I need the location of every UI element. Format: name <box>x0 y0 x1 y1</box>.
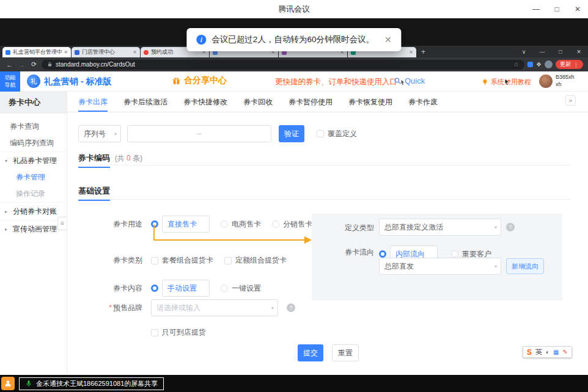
radio-direct-sale[interactable]: 直接售卡 <box>151 216 210 233</box>
nav-toggle-label: 导航 <box>5 82 16 89</box>
radio-ecommerce-sale[interactable]: 电商售卡 <box>221 219 261 230</box>
reset-button[interactable]: 重置 <box>332 344 359 361</box>
radio-manual-set[interactable]: 手动设置 <box>151 280 210 297</box>
tab-card-resume[interactable]: 券卡恢复使用 <box>348 94 392 112</box>
quick-search-label: Quick <box>405 76 425 85</box>
ime-tools-icon[interactable]: ✎ <box>563 349 568 355</box>
taskbar-app-icon[interactable] <box>1 377 15 390</box>
sidebar-group-gift-card[interactable]: ▾ 礼品券卡管理 <box>0 151 67 169</box>
radio-distribution-sale[interactable]: 分销售卡 <box>272 219 312 230</box>
extensions-puzzle-icon[interactable]: ❖ <box>536 61 542 68</box>
codes-section-head: 券卡编码 (共 0 条) <box>78 153 142 168</box>
checkbox-store-pickup-only[interactable]: 只可到店提货 <box>151 327 206 338</box>
tab-close-icon[interactable]: ✕ <box>133 49 137 55</box>
quick-search[interactable]: Quick <box>394 76 425 85</box>
sidebar-collapse-handle[interactable]: ☰ <box>57 217 67 230</box>
flow-label: 券卡流向 <box>314 247 374 258</box>
sidebar-group-promo-animation[interactable]: ▸ 宣传动画管理 <box>0 220 67 238</box>
forward-icon[interactable]: → <box>17 61 26 68</box>
help-icon[interactable]: ? <box>506 223 515 231</box>
ime-keyboard-icon[interactable]: ▦ <box>553 349 559 355</box>
user-names: B385xh xh <box>556 74 575 88</box>
window-title: 腾讯会议 <box>278 4 310 15</box>
new-tab-button[interactable]: + <box>421 48 425 56</box>
help-icon[interactable]: ? <box>287 303 295 312</box>
ime-logo-icon[interactable]: S <box>527 348 532 357</box>
category-row: 券卡类别 套餐组合提货卡 定额组合提货卡 <box>67 255 287 266</box>
browser-maximize-icon[interactable]: □ <box>551 49 570 55</box>
close-icon[interactable]: ✕ <box>567 0 588 18</box>
override-checkbox[interactable]: 覆盖定义 <box>317 129 357 139</box>
tab-card-pause[interactable]: 券卡暂停使用 <box>288 94 333 112</box>
browser-tab[interactable]: 礼盒营销平台管理中心 ✕ <box>2 47 71 57</box>
sidebar-title: 券卡中心 <box>0 92 67 114</box>
nav-toggle-button[interactable]: 功能 导航 <box>0 71 20 92</box>
nav-toggle-label: 功能 <box>5 74 16 81</box>
tab-card-void[interactable]: 券卡作废 <box>408 94 438 112</box>
sidebar-item-card-query[interactable]: 券卡查询 <box>0 118 67 135</box>
update-button[interactable]: 更新 ⋮ <box>556 60 583 69</box>
ime-toolbar[interactable]: S 英 ◐ ▦ ✎ <box>523 346 572 358</box>
tab-search-icon[interactable]: ∨ <box>515 49 533 55</box>
ime-halfwidth-icon[interactable]: ◐ <box>546 349 549 355</box>
banner-close-icon[interactable]: ✕ <box>384 35 392 45</box>
radio-on-icon <box>151 220 158 228</box>
web-page: 功能 导航 礼 礼盒营销 - 标准版 合分享中心 更快捷的券卡、订单和快递使用入… <box>0 71 588 375</box>
tutorial-label: 系统使用教程 <box>491 78 531 87</box>
sidebar-item-operation-log[interactable]: 操作记录 <box>0 186 67 202</box>
user-name: B385xh <box>556 74 575 80</box>
serial-type-select[interactable]: 序列号 ▾ <box>78 125 121 142</box>
extension-icon[interactable] <box>527 62 533 67</box>
radio-onekey-set[interactable]: 一键设置 <box>221 283 261 294</box>
browser-minimize-icon[interactable]: — <box>533 49 551 55</box>
tab-card-recycle[interactable]: 券卡回收 <box>243 94 273 112</box>
checkbox-label: 只可到店提货 <box>162 327 206 338</box>
sidebar-group-distribution[interactable]: ▸ 分销券卡对账 <box>0 202 67 220</box>
minimize-icon[interactable]: — <box>526 0 546 18</box>
browser-profile-avatar[interactable] <box>545 60 553 68</box>
define-type-select[interactable]: 总部直接定义激活 ▾ <box>379 219 501 236</box>
tab-label: 门店管理中心 <box>82 48 131 56</box>
tab-card-quick-edit[interactable]: 券卡快捷修改 <box>183 94 227 112</box>
browser-tab[interactable]: 门店管理中心 ✕ <box>72 47 140 57</box>
sidebar-list: 券卡查询 编码序列查询 ▾ 礼品券卡管理 券卡管理 操作记录 ▸ 分销券卡对账 <box>0 114 67 238</box>
radio-label: 电商售卡 <box>232 219 261 230</box>
address-bar-input[interactable]: standard.maboy.cn/CardsOut ☆ <box>42 60 524 70</box>
submit-button[interactable]: 提交 <box>298 344 323 361</box>
bookmark-star-icon[interactable]: ☆ <box>513 61 519 68</box>
bulb-icon <box>482 79 488 85</box>
collapse-panel-button[interactable]: » <box>565 95 576 106</box>
add-flow-button[interactable]: 新增流向 <box>506 258 544 274</box>
back-icon[interactable]: ← <box>5 61 14 68</box>
ime-language-toggle[interactable]: 英 <box>535 347 542 357</box>
checkbox-fixed-combo[interactable]: 定额组合提货卡 <box>224 255 287 266</box>
sidebar-item-code-serial-query[interactable]: 编码序列查询 <box>0 135 67 151</box>
verify-button[interactable]: 验证 <box>279 125 304 142</box>
divider <box>78 165 571 165</box>
tab-close-icon[interactable]: ✕ <box>64 49 68 55</box>
tab-card-out[interactable]: 券卡出库 <box>78 94 108 112</box>
promo-text: 更快捷的券卡、订单和快递使用入口 <box>275 77 397 87</box>
sidebar-group-label: 分销券卡对账 <box>13 206 57 217</box>
browser-close-icon[interactable]: ✕ <box>570 49 588 55</box>
promo-link[interactable]: 更快捷的券卡、订单和快递使用入口 <box>275 77 406 87</box>
tab-card-activate[interactable]: 券卡后续激活 <box>123 94 167 112</box>
tab-close-icon[interactable]: ✕ <box>409 49 413 55</box>
radio-label: 直接售卡 <box>162 216 210 233</box>
brand-label: *预售品牌 <box>67 303 142 313</box>
search-icon <box>394 77 402 85</box>
flow-select[interactable]: 总部直发 ▾ <box>379 258 501 275</box>
sidebar-item-card-manage[interactable]: 券卡管理 <box>0 169 67 186</box>
user-menu[interactable]: B385xh xh <box>539 74 575 88</box>
brand-select[interactable]: 请选择或输入 ▾ <box>151 299 278 316</box>
define-type-label: 定义类型 <box>314 223 374 233</box>
checkbox-label: 套餐组合提货卡 <box>162 255 213 266</box>
codes-count-suffix: 条) <box>131 154 142 162</box>
maximize-icon[interactable]: □ <box>546 0 567 18</box>
share-center-link[interactable]: 合分享中心 <box>172 75 227 86</box>
brand-label-text: 预售品牌 <box>113 303 142 312</box>
checkbox-package-combo[interactable]: 套餐组合提货卡 <box>151 255 213 266</box>
refresh-icon[interactable]: ⟳ <box>29 60 39 68</box>
serial-range-input[interactable] <box>127 125 271 142</box>
divider <box>78 199 571 200</box>
